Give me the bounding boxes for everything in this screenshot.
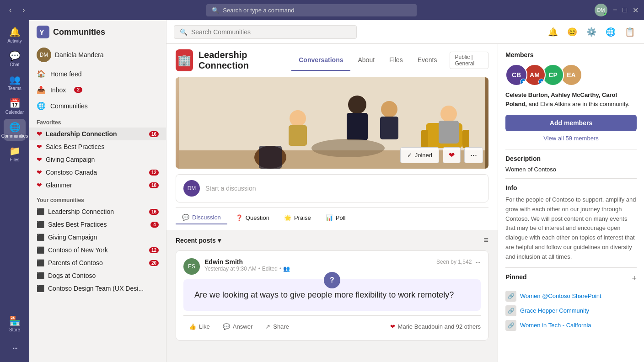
tab-conversations[interactable]: Conversations xyxy=(291,50,350,71)
top-bar-right: 🔔 😊 ⚙️ 🌐 📋 xyxy=(546,25,637,39)
question-text-0: Are we looking at ways to give people mo… xyxy=(194,290,454,299)
praise-icon: 🌟 xyxy=(284,214,291,221)
like-count-0: ❤ Marie Beaudouin and 92 others xyxy=(390,323,481,330)
clipboard-icon[interactable]: 📋 xyxy=(623,25,637,39)
sidebar-item-files[interactable]: 📁 Files xyxy=(4,143,26,165)
praise-type-btn[interactable]: 🌟 Praise xyxy=(278,211,317,224)
heart-icon-3: ❤ xyxy=(37,169,42,176)
dot-separator: • xyxy=(258,266,260,272)
members-text: Celeste Burton, Ashley McCarthy, Carol P… xyxy=(505,90,637,108)
fav-item-leadership[interactable]: ❤ Leadership Connection 16 xyxy=(29,128,166,140)
answer-action-btn[interactable]: 💬 Answer xyxy=(217,320,258,333)
praise-type-label: Praise xyxy=(294,214,311,221)
poll-type-btn[interactable]: 📊 Poll xyxy=(319,211,352,224)
pinned-file-icon-2: 🔗 xyxy=(505,320,516,331)
members-header: Members xyxy=(505,51,637,59)
fav-badge-4: 18 xyxy=(149,182,159,188)
comm-item-1[interactable]: ⬛ Sales Best Practices 4 xyxy=(29,218,166,231)
comm-item-6[interactable]: ⬛ Contoso Design Team (UX Desi... xyxy=(29,282,166,295)
comm-item-5[interactable]: ⬛ Dogs at Contoso xyxy=(29,269,166,282)
left-nav-header: Y Communities xyxy=(29,20,166,44)
user-row[interactable]: DM Daniela Mandera xyxy=(29,44,166,66)
joined-button[interactable]: ✓ Joined xyxy=(400,147,439,163)
pinned-item-2[interactable]: 🔗 Women in Tech - California xyxy=(505,318,637,333)
maximize-button[interactable]: □ xyxy=(623,6,627,14)
tab-events[interactable]: Events xyxy=(410,50,445,71)
pinned-file-icon-1: 🔗 xyxy=(505,305,516,316)
recent-posts-btn[interactable]: Recent posts ▾ xyxy=(176,237,221,244)
dropdown-icon: ▾ xyxy=(218,237,221,244)
pinned-item-0[interactable]: 🔗 Women @Contoso SharePoint xyxy=(505,289,637,303)
title-search[interactable]: 🔍 Search or type a command xyxy=(206,4,417,16)
tab-about[interactable]: About xyxy=(350,50,382,71)
community-section: 🏢 Leadership Connection Conversations Ab… xyxy=(166,44,644,362)
heart-icon-banner: ❤ xyxy=(449,151,455,160)
comm-item-3[interactable]: ⬛ Contoso of New York 12 xyxy=(29,244,166,256)
like-action-btn[interactable]: 👍 Like xyxy=(183,320,215,333)
heart-reaction-icon: ❤ xyxy=(390,323,395,330)
comm-item-2[interactable]: ⬛ Giving Campaign xyxy=(29,231,166,244)
fav-item-sales[interactable]: ❤ Sales Best Practices xyxy=(29,140,166,153)
post-area: DM Start a discussion 💬 Discussion ❓ Que… xyxy=(166,174,498,230)
user-initials: DM xyxy=(40,52,48,58)
share-action-btn[interactable]: ↗ Share xyxy=(260,320,295,333)
back-button[interactable]: ‹ xyxy=(5,4,15,16)
sidebar-item-teams[interactable]: 👥 Teams xyxy=(4,71,26,93)
communities-nav-icon: 🌐 xyxy=(37,101,46,110)
notifications-icon[interactable]: 🔔 xyxy=(546,25,560,39)
sidebar-item-more[interactable]: ··· xyxy=(4,336,26,358)
post-question-0: ? Are we looking at ways to give people … xyxy=(183,279,481,311)
pinned-add-icon[interactable]: + xyxy=(632,274,637,283)
tab-files[interactable]: Files xyxy=(382,50,410,71)
sidebar-item-store[interactable]: 🏪 Store xyxy=(4,313,26,335)
post-more-btn[interactable]: ··· xyxy=(475,258,481,266)
sidebar-item-communities[interactable]: 🌐 Communities xyxy=(4,119,26,141)
like-action-icon: 👍 xyxy=(189,323,196,330)
home-icon: 🏠 xyxy=(37,69,46,78)
search-input[interactable] xyxy=(191,28,351,36)
fav-item-giving[interactable]: ❤ Giving Campaign xyxy=(29,153,166,166)
comm-item-4[interactable]: ⬛ Parents of Contoso 20 xyxy=(29,256,166,269)
sidebar-item-activity[interactable]: 🔔 Activity xyxy=(4,24,26,46)
comm-icon-3: ⬛ xyxy=(37,246,44,254)
filter-icon[interactable]: ≡ xyxy=(483,235,488,245)
view-all-link[interactable]: View all 59 members xyxy=(505,135,637,142)
answer-label: Answer xyxy=(233,323,252,330)
pinned-file-icon-0: 🔗 xyxy=(505,291,516,302)
sidebar-item-chat[interactable]: 💬 Chat xyxy=(4,48,26,69)
post-meta-0: Yesterday at 9:30 AM • Edited • 👥 xyxy=(204,266,290,272)
question-type-btn[interactable]: ❓ Question xyxy=(229,211,276,224)
reaction-count-text: Marie Beaudouin and 92 others xyxy=(398,323,481,330)
teams-icon: 👥 xyxy=(9,74,21,85)
inbox-item[interactable]: 📥 Inbox 2 xyxy=(29,82,166,98)
discussion-input[interactable]: DM Start a discussion xyxy=(176,174,488,202)
post-actions-0: 👍 Like 💬 Answer ↗ Share xyxy=(183,315,481,333)
admin-badge-0: ★ xyxy=(520,79,526,85)
home-feed-item[interactable]: 🏠 Home feed xyxy=(29,66,166,82)
emoji-icon[interactable]: 😊 xyxy=(565,25,579,39)
like-button[interactable]: ❤ xyxy=(443,147,461,163)
fav-item-glammer[interactable]: ❤ Glammer 18 xyxy=(29,179,166,192)
close-button[interactable]: ✕ xyxy=(633,6,639,15)
pinned-item-1[interactable]: 🔗 Grace Hopper Community xyxy=(505,303,637,318)
chat-icon: 💬 xyxy=(9,50,21,61)
comm-item-0[interactable]: ⬛ Leadership Connection 16 xyxy=(29,205,166,218)
add-members-button[interactable]: Add members xyxy=(505,115,637,131)
more-button[interactable]: ··· xyxy=(464,147,483,163)
search-bar[interactable]: 🔍 xyxy=(174,25,357,39)
forward-button[interactable]: › xyxy=(19,4,28,16)
settings-icon[interactable]: ⚙️ xyxy=(585,25,598,39)
divider-2 xyxy=(505,267,637,268)
discussion-type-btn[interactable]: 💬 Discussion xyxy=(176,211,227,224)
inbox-label: Inbox xyxy=(50,86,66,94)
globe-icon[interactable]: 🌐 xyxy=(604,25,617,39)
sidebar-item-calendar[interactable]: 📅 Calendar xyxy=(4,95,26,117)
communities-nav-item[interactable]: 🌐 Communities xyxy=(29,98,166,114)
edited-label: Edited xyxy=(262,266,278,272)
minimize-button[interactable]: − xyxy=(613,6,617,14)
right-panel: Members CB ★ AM ★ CP xyxy=(498,44,644,362)
fav-item-contoso[interactable]: ❤ Constoso Canada 12 xyxy=(29,166,166,179)
search-icon: 🔍 xyxy=(212,7,219,14)
community-banner: ✓ Joined ❤ ··· xyxy=(176,77,488,169)
store-label: Store xyxy=(9,327,20,332)
